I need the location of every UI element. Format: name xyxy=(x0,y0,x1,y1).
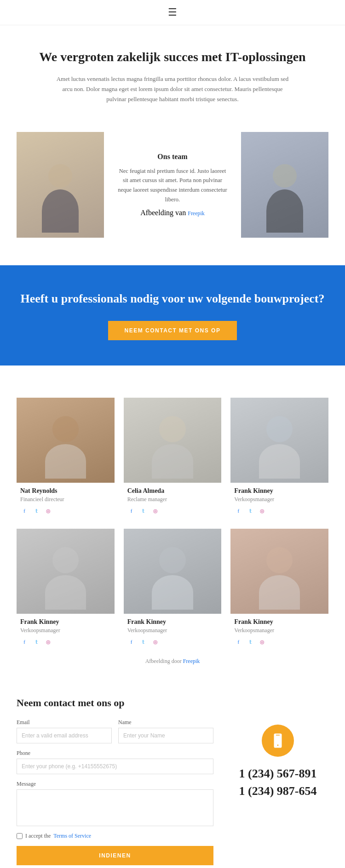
cta-button[interactable]: NEEM CONTACT MET OnS OP xyxy=(108,321,237,340)
team-grid-section: Nat Reynolds Financieel directeur f 𝕥 ◎ xyxy=(0,379,345,679)
instagram-icon-frank-4[interactable]: ◎ xyxy=(258,638,266,646)
message-textarea[interactable] xyxy=(17,789,213,826)
team-intro-credit: Afbeelding van Freepik xyxy=(140,209,205,217)
facebook-icon-celia[interactable]: f xyxy=(127,507,136,515)
svg-point-1 xyxy=(277,745,279,746)
contact-heading: Neem contact met ons op xyxy=(17,697,213,709)
terms-link[interactable]: Terms of Service xyxy=(53,833,91,839)
team-photo-frank-1 xyxy=(230,398,328,483)
team-photo-frank-4 xyxy=(230,529,328,614)
header: ☰ xyxy=(0,0,345,25)
instagram-icon-frank-3[interactable]: ◎ xyxy=(151,638,160,646)
facebook-icon-frank-2[interactable]: f xyxy=(20,638,29,646)
team-card-frank-3: Frank Kinney Verkoopsmanager f 𝕥 ◎ xyxy=(124,529,222,649)
facebook-icon-frank-1[interactable]: f xyxy=(234,507,242,515)
cta-heading: Heeft u professionals nodig voor uw volg… xyxy=(14,291,331,307)
hamburger-icon[interactable]: ☰ xyxy=(168,6,177,18)
twitter-icon-celia[interactable]: 𝕥 xyxy=(139,507,148,515)
name-input[interactable] xyxy=(118,728,213,743)
team-name-frank-4: Frank Kinney xyxy=(234,618,325,626)
team-name-frank-3: Frank Kinney xyxy=(127,618,218,626)
team-name-frank-1: Frank Kinney xyxy=(234,487,325,495)
team-grid: Nat Reynolds Financieel directeur f 𝕥 ◎ xyxy=(17,398,328,649)
email-label: Email xyxy=(17,719,112,726)
contact-info-column: 1 (234) 567-891 1 (234) 987-654 xyxy=(227,697,328,865)
facebook-icon-frank-3[interactable]: f xyxy=(127,638,136,646)
twitter-icon-frank-1[interactable]: 𝕥 xyxy=(246,507,254,515)
team-photo-left xyxy=(17,132,104,238)
freepik-credit: Afbeelding door Freepik xyxy=(17,658,328,665)
team-intro-description: Nec feugiat nisl pretium fusce id. Justo… xyxy=(118,166,227,205)
social-icons-frank-2: f 𝕥 ◎ xyxy=(20,638,111,646)
team-role-frank-1: Verkoopsmanager xyxy=(234,496,325,503)
team-name-celia: Celia Almeda xyxy=(127,487,218,495)
team-role-frank-2: Verkoopsmanager xyxy=(20,627,111,634)
twitter-icon-frank-2[interactable]: 𝕥 xyxy=(32,638,40,646)
team-role-celia: Reclame manager xyxy=(127,496,218,503)
team-card-frank-2: Frank Kinney Verkoopsmanager f 𝕥 ◎ xyxy=(17,529,115,649)
email-name-row: Email Name xyxy=(17,719,213,743)
instagram-icon-frank-2[interactable]: ◎ xyxy=(44,638,52,646)
terms-text: I accept the xyxy=(25,833,51,839)
twitter-icon-frank-3[interactable]: 𝕥 xyxy=(139,638,148,646)
cta-section: Heeft u professionals nodig voor uw volg… xyxy=(0,265,345,365)
phone-number-1: 1 (234) 567-891 xyxy=(239,766,317,782)
contact-section: Neem contact met ons op Email Name Phone… xyxy=(0,679,345,868)
email-input[interactable] xyxy=(17,728,112,743)
team-name-nat: Nat Reynolds xyxy=(20,487,111,495)
social-icons-frank-4: f 𝕥 ◎ xyxy=(234,638,325,646)
team-card-nat-reynolds: Nat Reynolds Financieel directeur f 𝕥 ◎ xyxy=(17,398,115,518)
team-photo-frank-2 xyxy=(17,529,115,614)
email-group: Email xyxy=(17,719,112,743)
team-role-nat: Financieel directeur xyxy=(20,496,111,503)
team-card-frank-4: Frank Kinney Verkoopsmanager f 𝕥 ◎ xyxy=(230,529,328,649)
social-icons-frank-3: f 𝕥 ◎ xyxy=(127,638,218,646)
message-label: Message xyxy=(17,781,213,788)
twitter-icon-frank-4[interactable]: 𝕥 xyxy=(246,638,254,646)
team-intro-section: Ons team Nec feugiat nisl pretium fusce … xyxy=(0,118,345,251)
terms-row: I accept the Terms of Service xyxy=(17,833,213,839)
social-icons-celia: f 𝕥 ◎ xyxy=(127,507,218,515)
name-label: Name xyxy=(118,719,213,726)
hero-section: We vergroten zakelijk succes met IT-oplo… xyxy=(0,25,345,118)
terms-checkbox[interactable] xyxy=(17,833,23,839)
phone-icon-circle xyxy=(262,725,294,757)
freepik-link-1[interactable]: Freepik xyxy=(188,210,205,217)
team-card-frank-1: Frank Kinney Verkoopsmanager f 𝕥 ◎ xyxy=(230,398,328,518)
team-photo-nat xyxy=(17,398,115,483)
svg-rect-2 xyxy=(276,735,280,736)
team-photo-celia xyxy=(124,398,222,483)
freepik-link-2[interactable]: Freepik xyxy=(183,658,200,664)
instagram-icon-frank-1[interactable]: ◎ xyxy=(258,507,266,515)
team-photo-frank-3 xyxy=(124,529,222,614)
contact-form-column: Neem contact met ons op Email Name Phone… xyxy=(17,697,213,865)
twitter-icon-nat[interactable]: 𝕥 xyxy=(32,507,40,515)
submit-button[interactable]: INDIENEN xyxy=(17,846,213,865)
hero-title: We vergroten zakelijk succes met IT-oplo… xyxy=(37,48,308,66)
phone-input[interactable] xyxy=(17,759,213,774)
name-group: Name xyxy=(118,719,213,743)
hero-description: Amet luctus venenatis lectus magna fring… xyxy=(53,74,292,104)
contact-phone-numbers: 1 (234) 567-891 1 (234) 987-654 xyxy=(239,766,317,801)
team-photo-right xyxy=(241,132,328,238)
phone-label: Phone xyxy=(17,750,213,757)
team-name-frank-2: Frank Kinney xyxy=(20,618,111,626)
facebook-icon-frank-4[interactable]: f xyxy=(234,638,242,646)
instagram-icon-nat[interactable]: ◎ xyxy=(44,507,52,515)
social-icons-frank-1: f 𝕥 ◎ xyxy=(234,507,325,515)
team-role-frank-3: Verkoopsmanager xyxy=(127,627,218,634)
instagram-icon-celia[interactable]: ◎ xyxy=(151,507,160,515)
team-intro-heading: Ons team xyxy=(157,153,187,161)
phone-number-2: 1 (234) 987-654 xyxy=(239,783,317,799)
facebook-icon-nat[interactable]: f xyxy=(20,507,29,515)
team-card-celia-almeda: Celia Almeda Reclame manager f 𝕥 ◎ xyxy=(124,398,222,518)
team-role-frank-4: Verkoopsmanager xyxy=(234,627,325,634)
social-icons-nat: f 𝕥 ◎ xyxy=(20,507,111,515)
team-intro-text: Ons team Nec feugiat nisl pretium fusce … xyxy=(104,132,241,238)
phone-group: Phone xyxy=(17,750,213,774)
phone-icon xyxy=(270,733,286,748)
message-group: Message xyxy=(17,781,213,826)
